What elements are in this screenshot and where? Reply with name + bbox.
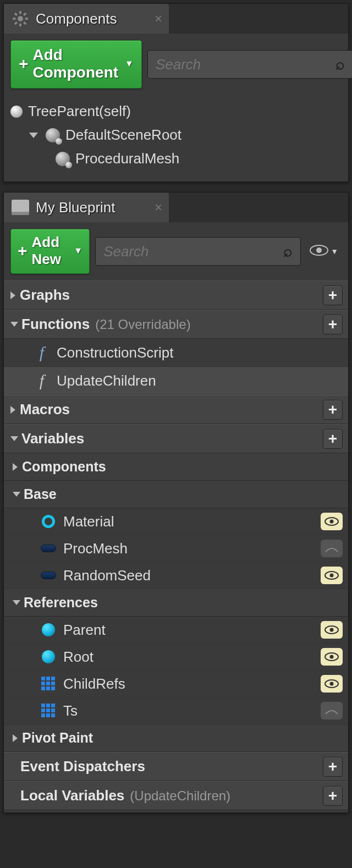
- visibility-toggle[interactable]: [321, 513, 343, 530]
- section-label: Local Variables: [20, 787, 124, 804]
- add-graph-button[interactable]: +: [323, 285, 343, 305]
- variable-label: RandomSeed: [63, 567, 151, 584]
- expand-icon[interactable]: [13, 492, 20, 497]
- variable-childrefs[interactable]: ChildRefs: [4, 671, 348, 697]
- section-macros[interactable]: Macros +: [4, 395, 348, 424]
- visibility-toggle[interactable]: [321, 621, 343, 639]
- section-label: Graphs: [20, 287, 70, 304]
- function-constructionscript[interactable]: f ConstructionScript: [4, 339, 348, 367]
- close-icon[interactable]: ×: [155, 11, 162, 26]
- actor-icon: [10, 106, 23, 118]
- add-component-button[interactable]: + Add Component ▼: [10, 40, 142, 89]
- tree-root-row[interactable]: TreeParent(self): [5, 100, 347, 123]
- collapse-icon[interactable]: [13, 734, 18, 742]
- var-group-pivotpaint[interactable]: Pivot Paint: [4, 724, 348, 752]
- function-icon: f: [34, 371, 50, 390]
- close-icon[interactable]: ×: [155, 200, 162, 215]
- function-updatechildren[interactable]: f UpdateChildren: [4, 367, 348, 395]
- function-icon: f: [34, 343, 50, 362]
- section-label: Functions: [21, 316, 90, 333]
- visibility-toggle[interactable]: [321, 675, 343, 693]
- tree-scene-root-row[interactable]: DefaultSceneRoot: [5, 123, 347, 147]
- tree-procmesh-row[interactable]: ProceduralMesh: [5, 147, 347, 171]
- components-tab-title: Components: [36, 10, 117, 28]
- visibility-toggle[interactable]: [321, 567, 343, 584]
- section-label: Event Dispatchers: [20, 758, 145, 775]
- section-local-variables[interactable]: Local Variables (UpdateChildren) +: [4, 781, 348, 810]
- blueprint-search-input[interactable]: [103, 243, 283, 260]
- variable-material[interactable]: Material: [4, 508, 348, 535]
- svg-line-6: [24, 22, 26, 24]
- array-icon: [40, 704, 57, 718]
- svg-point-0: [18, 16, 23, 21]
- collapse-icon[interactable]: [10, 292, 15, 299]
- svg-line-8: [24, 13, 26, 15]
- add-new-button[interactable]: + Add New ▼: [10, 229, 90, 274]
- caret-down-icon: ▼: [74, 246, 82, 256]
- function-label: ConstructionScript: [57, 344, 173, 361]
- add-dispatcher-button[interactable]: +: [323, 757, 343, 777]
- collapse-icon[interactable]: [13, 463, 18, 471]
- variable-randomseed[interactable]: RandomSeed: [4, 562, 348, 589]
- svg-point-16: [330, 628, 334, 632]
- variable-label: Parent: [63, 622, 106, 639]
- caret-down-icon: ▼: [125, 59, 134, 69]
- section-graphs[interactable]: Graphs +: [4, 281, 348, 310]
- expand-icon[interactable]: [13, 600, 20, 605]
- variable-procmesh[interactable]: ProcMesh: [4, 535, 348, 562]
- collapse-icon[interactable]: [10, 406, 15, 414]
- variable-label: Ts: [63, 702, 78, 719]
- var-group-components[interactable]: Components: [4, 453, 348, 481]
- components-tab-row: Components ×: [4, 4, 348, 34]
- visibility-toggle[interactable]: [321, 648, 343, 666]
- local-var-note: (UpdateChildren): [130, 788, 230, 804]
- variable-parent[interactable]: Parent: [4, 617, 348, 644]
- components-search[interactable]: ⌕: [147, 50, 352, 79]
- var-group-base[interactable]: Base: [4, 481, 348, 508]
- variable-root[interactable]: Root: [4, 644, 348, 671]
- expand-icon[interactable]: [10, 436, 18, 441]
- group-label: Base: [24, 486, 57, 502]
- blueprint-tab[interactable]: My Blueprint ×: [4, 193, 169, 222]
- variable-label: ChildRefs: [63, 675, 125, 693]
- view-options-button[interactable]: ▼: [306, 243, 342, 260]
- section-event-dispatchers[interactable]: Event Dispatchers +: [4, 752, 348, 781]
- svg-point-12: [330, 520, 334, 524]
- book-icon: [12, 200, 29, 215]
- visibility-toggle[interactable]: [321, 702, 343, 719]
- components-tree: TreeParent(self) DefaultSceneRoot Proced…: [4, 95, 348, 182]
- variable-ts[interactable]: Ts: [4, 697, 348, 724]
- pill-icon: [40, 568, 57, 583]
- components-tab[interactable]: Components ×: [4, 4, 169, 34]
- variable-label: Root: [63, 649, 94, 666]
- plus-icon: +: [19, 54, 29, 73]
- blueprint-search[interactable]: ⌕: [95, 237, 301, 266]
- group-label: References: [24, 595, 98, 611]
- scene-root-label: DefaultSceneRoot: [65, 127, 182, 144]
- svg-point-20: [330, 682, 334, 686]
- section-variables[interactable]: Variables +: [4, 424, 348, 453]
- gear-icon: [12, 10, 29, 28]
- blueprint-toolbar: + Add New ▼ ⌕ ▼: [4, 222, 348, 281]
- components-search-input[interactable]: [156, 56, 336, 73]
- section-label: Variables: [21, 430, 84, 447]
- expand-icon[interactable]: [29, 133, 38, 138]
- blueprint-tab-row: My Blueprint ×: [4, 193, 348, 222]
- add-macro-button[interactable]: +: [323, 400, 343, 420]
- expand-icon[interactable]: [10, 322, 18, 327]
- blueprint-list: Graphs + Functions (21 Overridable) + f …: [4, 281, 348, 812]
- plus-icon: +: [18, 241, 28, 260]
- caret-down-icon: ▼: [331, 247, 338, 256]
- add-variable-button[interactable]: +: [323, 429, 343, 449]
- add-local-var-button[interactable]: +: [323, 786, 343, 806]
- add-function-button[interactable]: +: [323, 315, 343, 334]
- section-label: Macros: [20, 401, 70, 418]
- svg-point-10: [316, 248, 322, 253]
- var-group-references[interactable]: References: [4, 589, 348, 617]
- scene-component-icon: [56, 152, 70, 166]
- visibility-toggle[interactable]: [321, 540, 343, 557]
- section-functions[interactable]: Functions (21 Overridable) +: [4, 310, 348, 339]
- variable-label: Material: [63, 513, 114, 530]
- svg-point-14: [330, 574, 334, 578]
- object-ball-icon: [40, 650, 57, 664]
